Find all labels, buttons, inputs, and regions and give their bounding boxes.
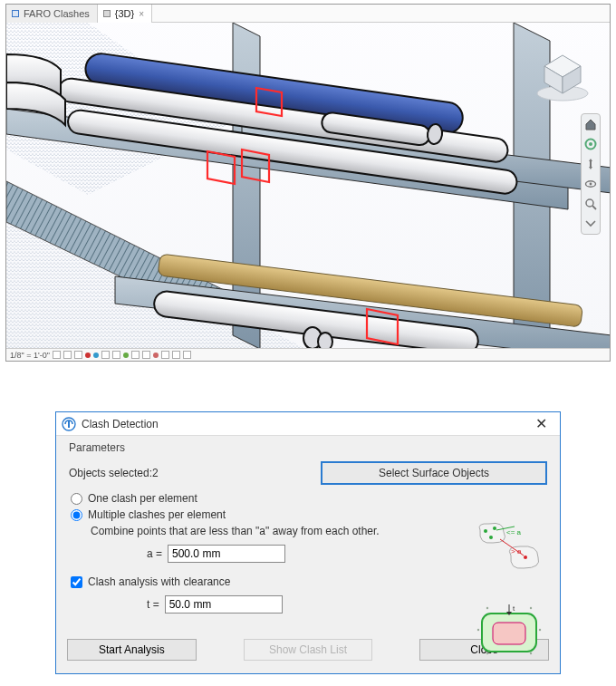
sb-icon-6[interactable]: [131, 351, 140, 359]
radio-one-clash-label: One clash per element: [88, 492, 197, 505]
svg-text:<= a: <= a: [506, 528, 522, 536]
tab-icon: [12, 10, 19, 17]
dialog-title: Clash Detection: [82, 418, 159, 430]
clash-detection-dialog: Clash Detection ✕ Parameters Objects sel…: [55, 411, 561, 674]
param-a-input[interactable]: [168, 545, 285, 563]
clearance-label: Clash analysis with clearance: [88, 575, 230, 588]
sb-icon-10[interactable]: [183, 351, 191, 359]
svg-text:> a: > a: [511, 547, 522, 556]
parameters-label: Parameters: [69, 441, 547, 454]
svg-point-49: [530, 652, 532, 654]
sb-dot-red2[interactable]: [153, 353, 159, 358]
clearance-checkbox[interactable]: [71, 576, 82, 588]
svg-rect-32: [68, 420, 70, 428]
sb-icon-4[interactable]: [101, 351, 110, 359]
zoom-icon[interactable]: [583, 197, 598, 211]
view-tabs: FARO Clashes {3D} ×: [6, 5, 610, 23]
close-button[interactable]: ✕: [527, 415, 554, 432]
tab-faro-clashes[interactable]: FARO Clashes: [6, 5, 98, 23]
svg-point-29: [586, 199, 593, 207]
svg-point-28: [590, 183, 592, 186]
status-bar: 1/8" = 1'-0": [6, 348, 610, 361]
show-clash-list-button: Show Clash List: [244, 639, 373, 661]
svg-point-44: [486, 607, 488, 609]
radio-multiple-clashes-label: Multiple clashes per element: [88, 508, 226, 521]
select-surface-objects-button[interactable]: Select Surface Objects: [321, 461, 547, 485]
orbit-icon[interactable]: [583, 177, 598, 191]
viewcube[interactable]: [534, 48, 592, 106]
svg-point-47: [539, 629, 541, 631]
diagram-clearance-t: t: [473, 603, 545, 657]
radio-one-clash-input[interactable]: [71, 493, 82, 505]
svg-point-35: [489, 536, 493, 539]
tab-icon: [103, 10, 111, 17]
svg-line-30: [592, 206, 596, 209]
radio-one-clash[interactable]: One clash per element: [71, 492, 547, 505]
param-t-label: t =: [147, 598, 159, 611]
sb-dot-red[interactable]: [85, 353, 91, 358]
svg-point-37: [524, 556, 527, 559]
scene-illustration: [6, 23, 610, 349]
sb-icon-1[interactable]: [53, 351, 61, 359]
pan-icon[interactable]: [583, 157, 598, 171]
svg-point-45: [530, 607, 532, 609]
svg-point-20: [318, 333, 332, 349]
model-view-panel: FARO Clashes {3D} ×: [5, 4, 611, 362]
svg-point-26: [589, 142, 592, 146]
sb-dot-green[interactable]: [123, 353, 129, 358]
svg-text:t: t: [513, 604, 515, 613]
objects-selected-count: 2: [152, 467, 159, 479]
svg-point-46: [477, 629, 479, 631]
close-icon[interactable]: ×: [139, 9, 144, 19]
wheel-icon[interactable]: [583, 137, 598, 151]
svg-point-48: [486, 652, 488, 654]
chevron-down-icon[interactable]: [583, 217, 598, 231]
start-analysis-button[interactable]: Start Analysis: [67, 639, 197, 661]
sb-dot-blue[interactable]: [93, 353, 99, 358]
nav-toolbar: [581, 113, 601, 235]
param-a-label: a =: [147, 547, 162, 560]
tab-label: FARO Clashes: [24, 8, 90, 19]
home-icon[interactable]: [583, 117, 598, 131]
tab-label: {3D}: [115, 8, 134, 19]
viewport-3d[interactable]: [6, 23, 610, 349]
svg-point-34: [493, 527, 496, 530]
objects-selected-label: Objects selected:2: [69, 467, 159, 479]
sb-icon-5[interactable]: [112, 351, 120, 359]
sb-icon-3[interactable]: [74, 351, 82, 359]
app-icon: [62, 417, 76, 431]
svg-rect-40: [493, 623, 525, 644]
clearance-checkbox-row[interactable]: Clash analysis with clearance: [71, 575, 547, 588]
param-t-input[interactable]: [165, 595, 283, 614]
sb-icon-9[interactable]: [172, 351, 180, 359]
sb-icon-7[interactable]: [142, 351, 150, 359]
diagram-distance-a: <= a > a: [473, 519, 545, 574]
dialog-titlebar[interactable]: Clash Detection ✕: [56, 412, 560, 436]
sb-icon-2[interactable]: [63, 351, 72, 359]
radio-multiple-clashes-input[interactable]: [71, 509, 82, 521]
sb-icon-8[interactable]: [161, 351, 169, 359]
tab-3d[interactable]: {3D} ×: [98, 5, 152, 23]
svg-point-33: [484, 529, 487, 533]
scale-readout: 1/8" = 1'-0": [10, 351, 50, 360]
